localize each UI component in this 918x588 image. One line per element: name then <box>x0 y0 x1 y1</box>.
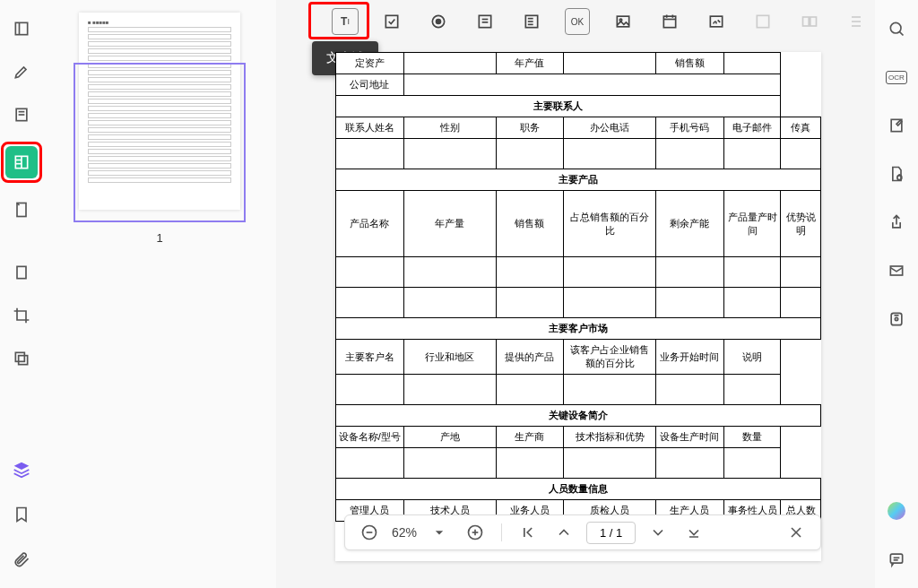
share-icon[interactable] <box>880 206 913 238</box>
svg-rect-50 <box>890 554 902 563</box>
disabled-tool-1 <box>749 8 776 35</box>
signature-tool[interactable] <box>703 8 730 35</box>
svg-point-15 <box>437 20 441 24</box>
mail-icon[interactable] <box>880 255 913 287</box>
thumbnail-panel-icon[interactable] <box>5 146 38 178</box>
radio-tool[interactable] <box>425 8 452 35</box>
svg-rect-11 <box>19 356 28 365</box>
section-header: 关键设备简介 <box>336 405 821 427</box>
right-sidebar: OCR <box>875 0 918 588</box>
svg-rect-23 <box>617 16 628 27</box>
first-page-button[interactable] <box>515 519 541 546</box>
table-header: 职务 <box>496 117 564 139</box>
ocr-icon[interactable]: OCR <box>880 61 913 93</box>
button-tool[interactable]: OK <box>565 8 590 35</box>
disabled-tool-3 <box>843 8 870 35</box>
section-header: 主要联系人 <box>336 96 781 117</box>
thumbnail-panel: ■ ■■■■■ 1 <box>43 0 276 588</box>
apps-icon[interactable] <box>880 495 913 527</box>
bookmark-icon[interactable] <box>5 498 38 531</box>
left-sidebar <box>0 0 43 588</box>
svg-rect-32 <box>810 17 817 26</box>
table-header: 业务开始时间 <box>656 340 724 375</box>
save-icon[interactable] <box>880 303 913 335</box>
table-header: 产地 <box>403 427 496 448</box>
page-icon[interactable] <box>5 256 38 289</box>
svg-rect-0 <box>15 22 27 34</box>
crop-icon[interactable] <box>5 299 38 332</box>
table-header: 说明 <box>723 340 781 375</box>
table-header: 年产量 <box>403 191 496 257</box>
zoom-level: 62% <box>392 525 417 540</box>
table-header: 产品名称 <box>336 191 404 257</box>
table-header: 行业和地区 <box>403 340 496 375</box>
table-header: 提供的产品 <box>496 340 564 375</box>
form-icon[interactable] <box>5 99 38 131</box>
zoom-in-button[interactable] <box>462 519 489 546</box>
table-header: 该客户占企业销售额的百分比 <box>564 340 656 375</box>
search-icon[interactable] <box>880 13 913 45</box>
highlighter-icon[interactable] <box>5 56 38 88</box>
cell: 定资产 <box>336 53 404 74</box>
top-toolbar: TI OK <box>276 0 875 43</box>
thumbnail-page-number: 1 <box>56 231 264 245</box>
svg-point-43 <box>890 22 901 33</box>
list-tool[interactable] <box>472 8 498 35</box>
table-header: 联系人姓名 <box>336 117 404 139</box>
bottom-bar: 62% 1 / 1 <box>344 514 821 550</box>
table-header: 优势说明 <box>781 191 821 257</box>
svg-rect-31 <box>803 17 810 26</box>
table-header: 设备生产时间 <box>656 427 724 448</box>
document-icon[interactable] <box>5 194 38 226</box>
cell: 公司地址 <box>336 74 404 96</box>
table-header: 产品量产时间 <box>723 191 781 257</box>
table-header: 传真 <box>781 117 821 139</box>
comment-icon[interactable] <box>880 543 913 575</box>
svg-rect-30 <box>757 15 768 27</box>
svg-rect-12 <box>15 352 24 361</box>
svg-rect-25 <box>663 16 675 28</box>
table-header: 数量 <box>723 427 781 448</box>
zoom-out-button[interactable] <box>356 519 383 546</box>
svg-rect-13 <box>385 15 397 27</box>
table-header: 技术指标和优势 <box>564 427 656 448</box>
cell: 销售额 <box>656 53 724 74</box>
active-tool-highlight <box>1 142 42 183</box>
table-header: 手机号码 <box>656 117 724 139</box>
layers-icon[interactable] <box>5 454 38 486</box>
last-page-button[interactable] <box>680 519 707 546</box>
next-page-button[interactable] <box>645 519 671 546</box>
table-header: 剩余产能 <box>656 191 724 257</box>
prev-page-button[interactable] <box>550 519 577 546</box>
lock-icon[interactable] <box>880 158 913 190</box>
doc-area: TI OK 文本域 定资产 年产值 销售额 公司地址 主要 <box>276 0 875 588</box>
cell: 年产值 <box>496 53 564 74</box>
table-header: 设备名称/型号 <box>336 427 404 448</box>
page-thumbnail[interactable]: ■ ■■■■■ <box>79 13 240 210</box>
section-header: 主要客户市场 <box>336 318 821 340</box>
attachment-icon[interactable] <box>5 543 38 575</box>
svg-line-44 <box>899 31 903 35</box>
close-bar-button[interactable] <box>783 519 810 546</box>
sidebar-view-icon[interactable] <box>5 13 38 45</box>
copy-icon[interactable] <box>5 342 38 375</box>
edit-icon[interactable] <box>880 109 913 142</box>
disabled-tool-2 <box>796 8 823 35</box>
section-header: 人员数量信息 <box>336 479 821 500</box>
table-header: 生产商 <box>496 427 564 448</box>
table-header: 性别 <box>403 117 496 139</box>
svg-rect-10 <box>17 266 26 278</box>
page-canvas[interactable]: 定资产 年产值 销售额 公司地址 主要联系人 联系人姓名性别职务办公电话手机号码… <box>335 52 821 561</box>
zoom-dropdown[interactable] <box>426 519 453 546</box>
section-header: 主要产品 <box>336 169 821 191</box>
svg-point-49 <box>895 317 897 320</box>
page-indicator[interactable]: 1 / 1 <box>586 522 636 544</box>
table-header: 占总销售额的百分比 <box>564 191 656 257</box>
text-field-tool[interactable]: TI <box>332 8 359 35</box>
image-tool[interactable] <box>610 8 637 35</box>
checkbox-tool[interactable] <box>378 8 405 35</box>
date-tool[interactable] <box>656 8 683 35</box>
dropdown-tool[interactable] <box>518 8 545 35</box>
table-header: 电子邮件 <box>723 117 781 139</box>
table-header: 办公电话 <box>564 117 656 139</box>
